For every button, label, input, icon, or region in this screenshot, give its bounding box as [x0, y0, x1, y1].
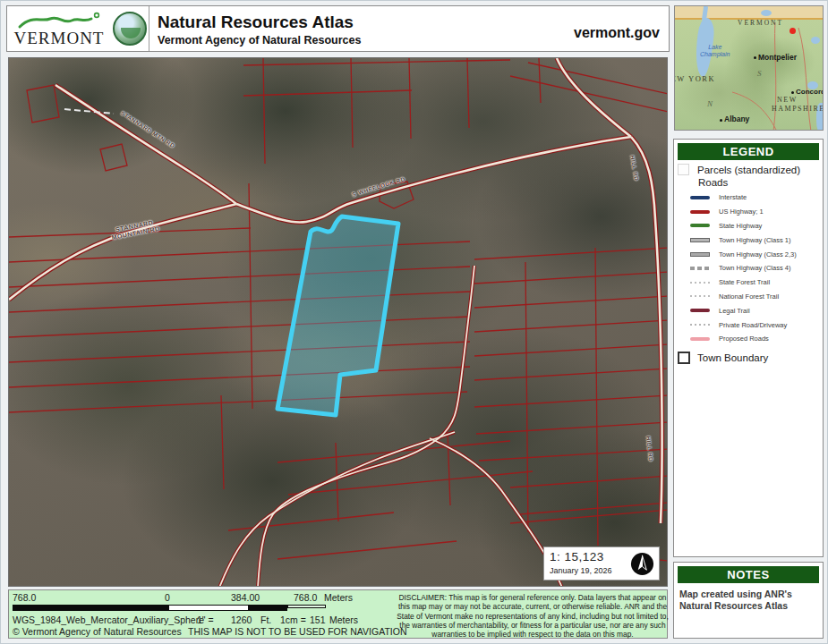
green-mountains-icon — [16, 11, 102, 30]
road-style-swatch — [690, 238, 710, 242]
legend-road-item: Proposed Roads — [674, 332, 823, 346]
road-style-swatch — [690, 210, 710, 214]
road-item-label: Town Highway (Class 4) — [719, 264, 790, 272]
road-style-swatch — [690, 267, 710, 270]
cm-scale-value: 151 — [310, 614, 326, 625]
road-style-swatch — [690, 224, 710, 227]
road-item-label: State Forest Trail — [719, 278, 770, 286]
cm-scale-unit: Meters — [329, 614, 358, 625]
north-arrow-icon — [630, 552, 654, 576]
scalebar-right-value: 768.0 — [294, 592, 317, 603]
inset-concord-label: Concord — [796, 88, 824, 96]
header-divider — [149, 6, 149, 51]
scalebar-unit: Meters — [324, 592, 353, 603]
scalebar-mid-value: 384.00 — [231, 592, 260, 603]
vermont-gov-link[interactable]: vermont.gov — [574, 25, 660, 41]
town-boundary-label: Town Boundary — [697, 352, 768, 363]
inch-scale-unit: Ft. — [260, 614, 271, 625]
legend-road-item: Town Highway (Class 1) — [674, 233, 823, 247]
road-style-swatch — [690, 324, 710, 326]
montpelier-dot — [754, 56, 756, 59]
legend-road-list: InterstateUS Highway; 1State HighwayTown… — [674, 191, 823, 346]
scalebar-left-value: 768.0 — [13, 592, 36, 603]
navigation-warning: THIS MAP IS NOT TO BE USED FOR NAVIGATIO… — [188, 626, 406, 637]
header-bar: VERMONT Natural Resources Atlas Vermont … — [6, 5, 670, 52]
concord-dot — [791, 91, 794, 94]
legend-road-item: Interstate — [674, 191, 823, 205]
anr-globe-logo-icon — [113, 12, 147, 46]
scalebar-segment-3 — [249, 605, 287, 611]
projection-label: WGS_1984_Web_Mercator_Auxiliary_Sphere — [13, 614, 204, 625]
legend-road-item: State Forest Trail — [674, 275, 823, 290]
mountains-letter: S — [757, 69, 762, 78]
road-item-label: Proposed Roads — [719, 335, 769, 343]
notes-body: Map created using ANR's Natural Resource… — [674, 587, 823, 614]
legend-road-item: National Forest Trail — [674, 290, 823, 304]
scalebar-segment-2 — [168, 605, 249, 611]
roads-group-label: Roads — [698, 177, 823, 188]
parcels-swatch — [678, 164, 689, 175]
page-title: Natural Resources Atlas — [158, 13, 361, 32]
notes-title: NOTES — [678, 566, 819, 583]
inset-albany-label: Albany — [724, 114, 749, 123]
inset-nh-label-1: NEW — [777, 96, 798, 104]
road-style-swatch — [690, 282, 710, 284]
inset-vermont-label: VERMONT — [738, 19, 783, 27]
albany-dot — [720, 119, 722, 122]
road-item-label: Interstate — [719, 193, 747, 201]
road-item-label: Legal Trail — [719, 307, 750, 315]
legend-road-item: State Highway — [674, 219, 823, 233]
road-style-swatch — [690, 309, 710, 312]
inch-scale-label: 1" = — [197, 614, 214, 625]
copyright-label: © Vermont Agency of Natural Resources — [13, 626, 182, 637]
scale-info-box: 1: 15,123 January 19, 2026 — [543, 547, 660, 580]
driveway-line — [64, 109, 114, 114]
footer-bar: 768.0 0 384.00 768.0 Meters WGS_1984_Web… — [8, 589, 668, 639]
road-style-swatch — [690, 295, 710, 297]
scalebar-segment-1 — [13, 605, 168, 611]
page-subtitle: Vermont Agency of Natural Resources — [158, 34, 361, 47]
disclaimer-text: DISCLAIMER: This map is for general refe… — [396, 593, 670, 640]
legend-road-item: Legal Trail — [674, 303, 823, 318]
mountains-letter-2: N — [707, 99, 713, 108]
notes-panel: NOTES Map created using ANR's Natural Re… — [673, 562, 824, 639]
road-item-label: Town Highway (Class 1) — [719, 236, 790, 244]
scalebar-segment-4 — [287, 605, 326, 608]
road-item-label: Town Highway (Class 2,3) — [719, 250, 797, 258]
road-style-swatch — [690, 252, 710, 257]
legend-panel: LEGEND Parcels (standardized) Roads Inte… — [673, 139, 824, 557]
scalebar-zero-value: 0 — [165, 592, 170, 603]
legend-road-item: US Highway; 1 — [674, 205, 823, 219]
locator-inset-map: VERMONT LakeChamplain Montpelier NEW YOR… — [674, 5, 824, 131]
road-style-swatch — [690, 196, 710, 199]
inset-montpelier-label: Montpelier — [758, 53, 797, 62]
legend-road-item: Town Highway (Class 2,3) — [674, 247, 823, 261]
road-item-label: US Highway; 1 — [719, 208, 764, 216]
map-canvas: STANNARD MTN RD STANNARDMOUNTAIN RD S WH… — [8, 57, 668, 587]
legend-road-item: Private Road/Driveway — [674, 318, 823, 332]
parcels-label: Parcels (standardized) — [697, 165, 800, 175]
road-item-label: State Highway — [719, 222, 762, 230]
map-extent-marker — [790, 28, 796, 34]
road-item-label: Private Road/Driveway — [719, 321, 787, 329]
cm-scale-label: 1cm = — [280, 614, 306, 625]
highlighted-parcel — [277, 216, 398, 415]
road-item-label: National Forest Trail — [719, 292, 779, 301]
road-style-swatch — [690, 337, 710, 341]
legend-road-item: Town Highway (Class 4) — [674, 261, 823, 275]
inset-nh-label-2: HAMPSHIRE — [772, 105, 824, 113]
vermont-logo-text: VERMONT — [13, 29, 106, 48]
town-boundary-swatch — [678, 352, 690, 364]
legend-title: LEGEND — [678, 143, 819, 160]
inch-scale-value: 1260 — [231, 614, 252, 625]
vermont-logo: VERMONT — [13, 9, 106, 50]
inset-new-york-label: NEW YORK — [674, 74, 715, 83]
inset-lake-champlain-label: LakeChamplain — [700, 44, 730, 57]
